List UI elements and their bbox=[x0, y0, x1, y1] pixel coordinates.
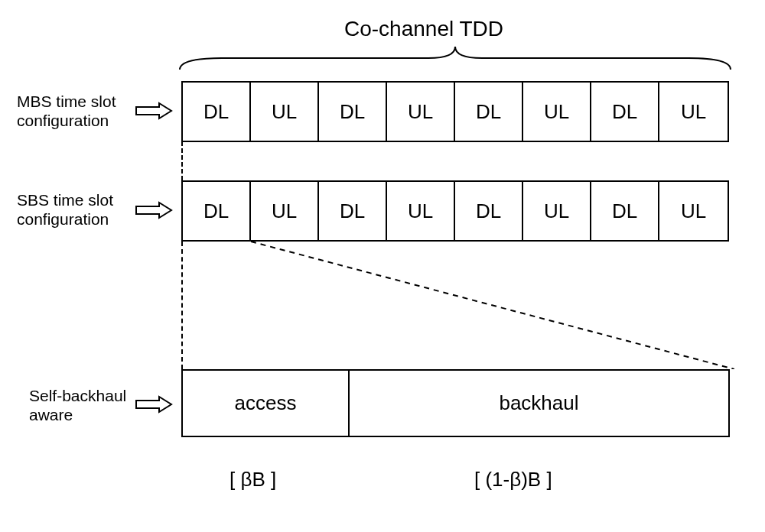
slot: DL bbox=[591, 83, 659, 141]
slot: UL bbox=[251, 182, 319, 240]
mbs-label: MBS time slot configuration bbox=[17, 92, 139, 130]
slot: UL bbox=[523, 182, 591, 240]
access-cell: access bbox=[183, 371, 350, 436]
slot: UL bbox=[387, 182, 455, 240]
slot: DL bbox=[455, 83, 523, 141]
sbs-slot-row: DL UL DL UL DL UL DL UL bbox=[181, 180, 729, 242]
arrow-icon bbox=[135, 395, 173, 414]
dashed-connector bbox=[181, 141, 183, 180]
selfbackhaul-label: Self-backhaul aware bbox=[29, 386, 151, 424]
dashed-connector bbox=[181, 242, 183, 369]
slot: DL bbox=[319, 83, 387, 141]
diagram-title: Co-channel TDD bbox=[344, 17, 503, 41]
selfbackhaul-row: access backhaul bbox=[181, 369, 730, 437]
formula-access: [ βB ] bbox=[230, 468, 276, 491]
dashed-diagonal bbox=[251, 242, 734, 369]
svg-line-0 bbox=[251, 242, 734, 369]
slot: DL bbox=[591, 182, 659, 240]
slot: UL bbox=[523, 83, 591, 141]
mbs-slot-row: DL UL DL UL DL UL DL UL bbox=[181, 81, 729, 142]
slot: UL bbox=[659, 83, 728, 141]
formula-backhaul: [ (1-β)B ] bbox=[474, 468, 552, 491]
slot: DL bbox=[183, 83, 251, 141]
slot: UL bbox=[251, 83, 319, 141]
backhaul-cell: backhaul bbox=[350, 371, 728, 436]
brace-top bbox=[176, 44, 734, 71]
slot: DL bbox=[183, 182, 251, 240]
arrow-icon bbox=[135, 201, 173, 219]
arrow-icon bbox=[135, 102, 173, 120]
slot: UL bbox=[387, 83, 455, 141]
slot: DL bbox=[455, 182, 523, 240]
slot: UL bbox=[659, 182, 728, 240]
slot: DL bbox=[319, 182, 387, 240]
sbs-label: SBS time slot configuration bbox=[17, 190, 139, 229]
